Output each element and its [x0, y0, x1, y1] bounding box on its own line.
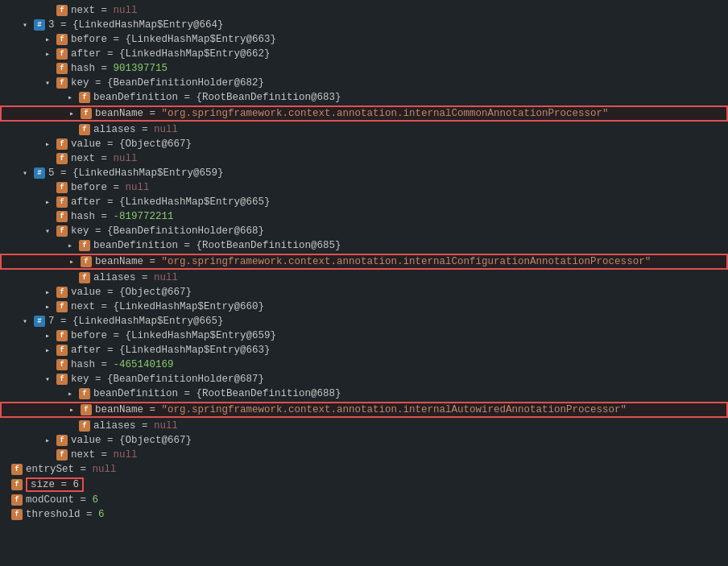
tree-arrow[interactable]: [23, 316, 34, 326]
tree-row: fbefore = null: [0, 180, 728, 195]
tree-arrow[interactable]: [45, 49, 56, 59]
tree-icon: f: [11, 464, 23, 475]
tree-node-text: modCount = 6: [26, 494, 98, 506]
node-eq: =: [107, 182, 126, 193]
node-value: null: [126, 182, 150, 193]
tree-node-text: hash = 901397715: [71, 63, 168, 74]
tree-row: fvalue = {Object@667}: [0, 137, 728, 151]
tree-icon: f: [79, 92, 90, 103]
node-key: beanName: [95, 256, 143, 267]
node-eq: =: [178, 92, 196, 103]
tree-arrow[interactable]: [45, 35, 56, 44]
tree-row: fnext = {LinkedHashMap$Entry@660}: [0, 300, 728, 314]
node-value: "org.springframework.context.annotation.…: [162, 256, 651, 267]
tree-arrow[interactable]: [45, 78, 56, 88]
node-key: before: [71, 34, 107, 45]
tree-icon: f: [56, 287, 68, 298]
tree-icon: f: [56, 34, 68, 45]
node-key: 5: [48, 167, 55, 179]
node-eq: =: [143, 404, 162, 415]
tree-node-text: 5 = {LinkedHashMap$Entry@659}: [48, 167, 224, 179]
tree-node-text: before = {LinkedHashMap$Entry@659}: [71, 330, 276, 341]
tree-node-text: hash = -819772211: [71, 211, 174, 222]
tree-icon: f: [81, 404, 92, 415]
tree-node-text: key = {BeanDefinitionHolder@682}: [71, 77, 264, 89]
tree-arrow[interactable]: [45, 331, 56, 341]
tree-arrow[interactable]: [45, 302, 56, 312]
tree-node-text: entrySet = null: [26, 464, 117, 475]
node-eq: =: [95, 301, 114, 312]
node-value: {LinkedHashMap$Entry@662}: [119, 48, 271, 60]
tree-row: fsize = 6: [0, 477, 728, 493]
node-value: {Object@667}: [119, 435, 192, 446]
tree-icon: f: [56, 374, 68, 385]
tree-arrow[interactable]: [45, 287, 56, 297]
tree-node-text: value = {Object@667}: [71, 287, 192, 298]
node-key: before: [71, 330, 107, 341]
tree-row: fnext = null: [0, 448, 728, 462]
node-key: hash: [71, 211, 95, 222]
tree-arrow[interactable]: [45, 374, 56, 384]
node-eq: =: [55, 19, 73, 31]
tree-icon: f: [79, 240, 90, 251]
tree-row: fhash = -465140169: [0, 357, 728, 372]
tree-node-text: beanDefinition = {RootBeanDefinition@685…: [93, 240, 341, 251]
node-key: next: [71, 449, 95, 461]
tree-arrow[interactable]: [45, 139, 56, 149]
tree-row: fvalue = {Object@667}: [0, 285, 728, 300]
tree-node-text: value = {Object@667}: [71, 138, 192, 150]
node-eq: =: [89, 225, 108, 237]
tree-icon: f: [56, 48, 68, 60]
node-key: value: [71, 138, 101, 150]
node-value: {LinkedHashMap$Entry@659}: [72, 167, 224, 179]
tree-arrow[interactable]: [45, 436, 56, 445]
tree-arrow[interactable]: [45, 197, 56, 207]
tree-arrow[interactable]: [23, 20, 34, 30]
node-value: null: [93, 464, 117, 475]
node-value: {LinkedHashMap$Entry@665}: [119, 196, 271, 208]
tree-icon: f: [56, 345, 68, 356]
tree-row: fafter = {LinkedHashMap$Entry@662}: [0, 47, 728, 61]
node-value: {Object@667}: [119, 138, 192, 150]
tree-arrow[interactable]: [68, 241, 79, 250]
tree-arrow[interactable]: [69, 405, 81, 415]
node-value: null: [154, 272, 178, 283]
tree-node-text: key = {BeanDefinitionHolder@668}: [71, 225, 264, 237]
tree-arrow[interactable]: [68, 389, 79, 399]
node-value: null: [114, 5, 138, 16]
tree-arrow[interactable]: [68, 93, 79, 102]
tree-arrow[interactable]: [69, 109, 81, 118]
tree-row: fthreshold = 6: [0, 507, 728, 522]
node-eq: =: [101, 435, 120, 446]
tree-arrow[interactable]: [45, 226, 56, 236]
node-value: {LinkedHashMap$Entry@663}: [126, 34, 277, 45]
tree-arrow[interactable]: [23, 168, 34, 178]
node-key: key: [71, 374, 89, 385]
highlighted-tree-row: fbeanName = "org.springframework.context…: [0, 402, 728, 418]
tree-arrow[interactable]: [45, 345, 56, 355]
tree-node-text: next = null: [71, 153, 138, 164]
node-key: hash: [71, 63, 95, 74]
tree-icon: f: [81, 108, 92, 119]
tree-arrow[interactable]: [69, 257, 81, 266]
tree-row: fmodCount = 6: [0, 493, 728, 507]
tree-node-text: aliases = null: [93, 272, 178, 283]
node-key: aliases: [93, 124, 136, 135]
node-value: {LinkedHashMap$Entry@659}: [126, 330, 277, 341]
node-key: threshold: [26, 509, 81, 520]
tree-row: #7 = {LinkedHashMap$Entry@665}: [0, 314, 728, 328]
node-eq: =: [89, 77, 108, 89]
node-value: {BeanDefinitionHolder@682}: [107, 77, 264, 89]
tree-row: fafter = {LinkedHashMap$Entry@663}: [0, 343, 728, 357]
tree-icon: f: [79, 272, 90, 283]
node-key: next: [71, 153, 95, 164]
node-key: key: [71, 225, 89, 237]
node-eq: =: [107, 34, 126, 45]
tree-icon: #: [34, 19, 45, 31]
node-value: null: [154, 124, 178, 135]
tree-row: fafter = {LinkedHashMap$Entry@665}: [0, 195, 728, 209]
node-value: {RootBeanDefinition@685}: [196, 240, 341, 251]
tree-icon: f: [79, 420, 90, 432]
node-eq: =: [136, 420, 155, 432]
node-key: modCount: [26, 494, 74, 506]
